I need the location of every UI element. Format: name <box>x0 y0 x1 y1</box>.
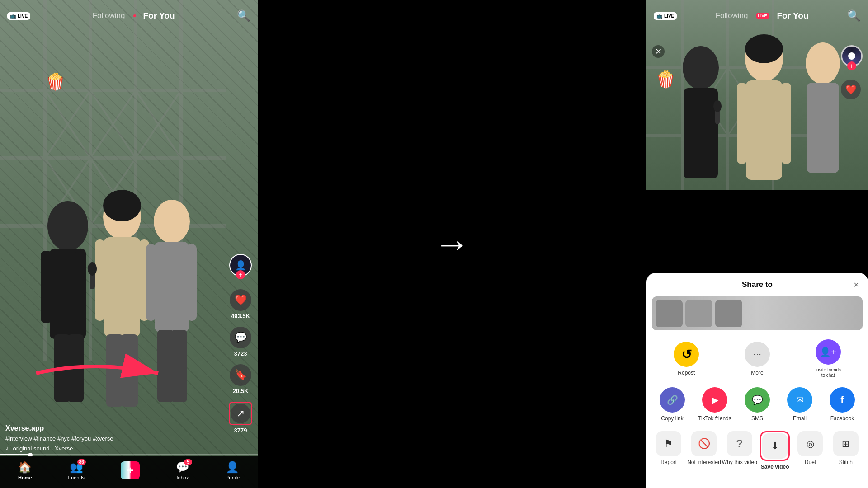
video-background-left <box>0 0 258 488</box>
duet-label: Duet <box>805 459 816 465</box>
thumb1 <box>656 300 683 327</box>
share-box-highlight: ↗ <box>229 402 252 425</box>
avatar-container[interactable]: 👤 + <box>229 254 252 277</box>
facebook-icon: f <box>830 387 855 413</box>
red-arrow-overlay <box>27 351 172 398</box>
more-label: More <box>751 370 763 376</box>
email-icon: ✉ <box>787 387 812 413</box>
share-report[interactable]: ⚑ Report <box>651 431 686 465</box>
follow-plus-right: + <box>847 61 856 70</box>
live-badge-right[interactable]: 📺 LIVE <box>654 12 677 20</box>
share-invite[interactable]: 👤+ Invite friendsto chat <box>793 339 863 378</box>
nav-tabs: Following For You <box>93 11 175 21</box>
bookmark-action[interactable]: 🔖 20.5K <box>230 364 251 394</box>
svg-rect-34 <box>146 244 156 321</box>
share-action[interactable]: ↗ 3779 <box>229 402 252 434</box>
close-video-button[interactable]: ✕ <box>652 45 665 58</box>
invite-label: Invite friendsto chat <box>815 367 841 378</box>
comment-action[interactable]: 💬 3723 <box>230 327 251 357</box>
share-panel: Share to × ↺ Repost ··· More 👤+ Invit <box>646 273 868 488</box>
share-why-this[interactable]: ? Why this video <box>722 431 757 465</box>
svg-rect-56 <box>781 83 791 164</box>
svg-point-32 <box>154 200 190 243</box>
tab-following[interactable]: Following <box>93 11 125 20</box>
more-icon: ··· <box>745 342 770 367</box>
sms-icon: 💬 <box>745 387 770 413</box>
video-sound[interactable]: ♫ original sound - Xverse.... <box>5 445 226 452</box>
white-arrow-icon: → <box>434 223 470 265</box>
friends-badge: 86 <box>77 459 86 465</box>
inbox-badge: 5 <box>184 459 192 465</box>
nav-add[interactable]: + <box>121 461 140 479</box>
share-stitch[interactable]: ⊞ Stitch <box>828 431 863 465</box>
share-more[interactable]: ··· More <box>722 342 793 376</box>
share-save-video[interactable]: ⬇ Save video <box>757 431 793 470</box>
share-email[interactable]: ✉ Email <box>778 387 821 422</box>
emoji-popcorn-right: 🍿 <box>656 70 676 89</box>
video-thumbnail-strip <box>652 296 863 330</box>
share-tiktok-friends[interactable]: ▶ TikTok friends <box>693 387 736 422</box>
video-tags: #interview #finance #nyc #foryou #xverse <box>5 435 226 442</box>
svg-point-17 <box>47 201 88 251</box>
side-actions: 👤 + ❤️ 493.5K 💬 3723 🔖 20.5K ↗ 3779 <box>229 254 252 434</box>
like-action[interactable]: ❤️ 493.5K <box>230 289 251 319</box>
live-badge-inline: LIVE <box>756 13 769 19</box>
share-header: Share to × <box>646 273 868 296</box>
svg-rect-19 <box>41 251 52 323</box>
tab-for-you-right[interactable]: For You <box>777 11 809 21</box>
nav-home[interactable]: 🏠 Home <box>18 461 32 480</box>
bookmark-icon: 🔖 <box>230 364 251 386</box>
avatar-right[interactable]: + <box>841 45 863 67</box>
search-button-right[interactable]: 🔍 <box>847 9 861 22</box>
nav-friends[interactable]: 👥 86 Friends <box>68 461 85 480</box>
emoji-popcorn: 🍿 <box>45 72 66 91</box>
copy-link-icon: 🔗 <box>660 387 685 413</box>
share-first-row: ↺ Repost ··· More 👤+ Invite friendsto ch… <box>646 335 868 383</box>
video-username[interactable]: Xverse.app <box>5 424 226 432</box>
middle-arrow-section: → <box>258 0 646 488</box>
thumb3 <box>715 300 742 327</box>
share-close-button[interactable]: × <box>854 280 859 290</box>
progress-fill <box>0 454 31 455</box>
nav-inbox[interactable]: 💬 5 Inbox <box>176 461 189 480</box>
svg-point-51 <box>713 100 722 112</box>
not-interested-icon: 🚫 <box>691 431 717 456</box>
home-icon: 🏠 <box>18 461 32 474</box>
invite-icon: 👤+ <box>816 339 841 365</box>
share-count: 3779 <box>234 427 247 434</box>
search-button[interactable]: 🔍 <box>237 9 250 22</box>
svg-rect-33 <box>155 242 189 332</box>
tab-for-you[interactable]: For You <box>143 11 175 21</box>
share-facebook[interactable]: f Facebook <box>821 387 863 422</box>
progress-bar[interactable] <box>0 454 258 455</box>
bottom-nav-left: 🏠 Home 👥 86 Friends + 💬 5 Inbox 👤 Profil… <box>0 456 258 488</box>
share-duet[interactable]: ◎ Duet <box>793 431 828 465</box>
share-icon: ↗ <box>231 404 250 423</box>
tiktok-friends-label: TikTok friends <box>698 415 731 422</box>
svg-point-48 <box>683 46 719 89</box>
svg-rect-37 <box>171 330 187 402</box>
thumb2 <box>685 300 712 327</box>
phone-left: 🍿 📺 LIVE Following For You 🔍 👤 + ❤️ 493.… <box>0 0 258 488</box>
nav-profile[interactable]: 👤 Profile <box>226 461 240 480</box>
top-bar-left: 📺 LIVE Following For You 🔍 <box>0 0 258 32</box>
svg-point-31 <box>88 262 97 276</box>
why-this-label: Why this video <box>722 459 757 465</box>
share-copy-link[interactable]: 🔗 Copy link <box>651 387 693 422</box>
share-not-interested[interactable]: 🚫 Not interested <box>686 431 722 465</box>
right-side-actions: + ❤️ <box>841 45 863 99</box>
add-button[interactable]: + <box>121 461 140 479</box>
svg-rect-54 <box>746 80 782 180</box>
share-repost[interactable]: ↺ Repost <box>651 342 722 376</box>
like-right[interactable]: ❤️ <box>841 80 863 99</box>
inbox-icon-wrap: 💬 5 <box>176 461 189 474</box>
nav-tabs-right: Following LIVE For You <box>716 11 809 21</box>
phone-right: ✕ + ❤️ 🍿 📺 LIVE Following LIVE For You 🔍… <box>646 0 868 488</box>
tab-following-right[interactable]: Following <box>716 11 748 20</box>
why-this-icon: ? <box>727 431 752 456</box>
share-sms[interactable]: 💬 SMS <box>736 387 778 422</box>
friends-label: Friends <box>68 475 85 480</box>
live-badge[interactable]: 📺 LIVE <box>7 12 30 20</box>
copy-link-label: Copy link <box>661 415 683 422</box>
share-title: Share to <box>742 280 773 289</box>
